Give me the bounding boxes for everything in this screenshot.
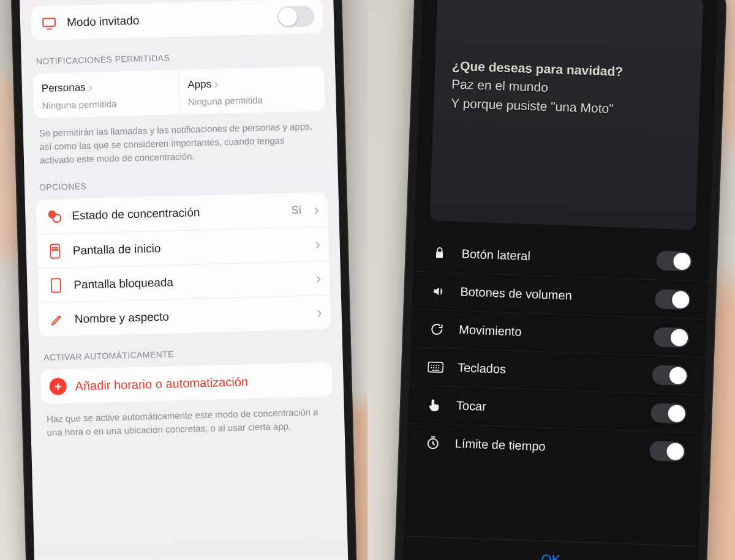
display-icon (40, 13, 59, 32)
apps-sub: Ninguna permitida (188, 93, 317, 106)
apps-cell[interactable]: Apps Ninguna permitida (179, 66, 325, 114)
screen-guided-access-options: 10:57 ● ● ● ¿Que deseas para navidad? Pa… (402, 0, 719, 560)
status-icon (45, 207, 64, 226)
people-cell[interactable]: Personas Ninguna permitida (32, 70, 179, 118)
toggle[interactable] (650, 403, 687, 424)
guest-mode-label: Modo invitado (67, 10, 269, 29)
apps-title: Apps (187, 73, 316, 92)
allowed-notifications-card: Personas Ninguna permitida Apps Ninguna … (32, 66, 325, 118)
svg-point-2 (53, 214, 61, 222)
section-header-auto: ACTIVAR AUTOMÁTICAMENTE (43, 345, 328, 362)
volume-icon (429, 284, 447, 298)
svg-point-9 (57, 249, 58, 250)
pencil-icon (47, 310, 66, 329)
options-list: Botón lateral Botones de volumen Movimie… (407, 233, 710, 471)
option-label: Nombre y aspecto (75, 307, 305, 326)
svg-point-5 (55, 247, 56, 248)
add-automation-row[interactable]: + Añadir horario o automatización (40, 362, 333, 404)
section-header-options: OPCIONES (39, 175, 323, 192)
keyboard-icon (427, 360, 445, 373)
toggle[interactable] (652, 365, 688, 386)
lock-icon (431, 246, 448, 260)
options-card: Estado de concentración Sí Pantalla de i… (36, 192, 331, 337)
svg-point-4 (52, 247, 53, 248)
rotate-icon (428, 321, 446, 337)
touch-icon (426, 397, 443, 413)
timer-icon (424, 435, 442, 450)
add-automation-label: Añadir horario o automatización (75, 373, 323, 394)
toggle[interactable] (656, 250, 692, 271)
option-value: Sí (291, 204, 302, 217)
svg-point-8 (55, 249, 56, 250)
svg-rect-11 (428, 362, 443, 372)
option-label: Pantalla de inicio (73, 238, 303, 258)
toggle[interactable] (649, 441, 685, 461)
home-screen-icon (45, 242, 64, 261)
guest-mode-row[interactable]: Modo invitado (31, 0, 323, 40)
screen-focus-settings: Modo invitado NOTIFICACIONES PERMITIDAS … (19, 0, 349, 560)
option-label: Estado de concentración (72, 204, 283, 223)
svg-point-6 (57, 247, 58, 248)
guest-mode-toggle[interactable] (277, 6, 315, 28)
ok-button[interactable]: OK (541, 551, 561, 560)
option-label: Pantalla bloqueada (74, 272, 304, 292)
notifications-footer: Se permitirán las llamadas y las notific… (34, 116, 326, 167)
toggle[interactable] (654, 327, 690, 348)
plus-icon: + (49, 378, 67, 395)
svg-rect-0 (43, 18, 55, 27)
option-name-appearance[interactable]: Nombre y aspecto (39, 295, 331, 337)
people-title: Personas (42, 77, 170, 96)
meme-text: ¿Que deseas para navidad? Paz en el mund… (451, 57, 684, 121)
phone-right: 10:57 ● ● ● ¿Que deseas para navidad? Pa… (393, 0, 728, 560)
lock-screen-icon (47, 276, 66, 295)
people-sub: Ninguna permitida (42, 97, 170, 110)
svg-point-7 (52, 250, 53, 251)
auto-footer: Haz que se active automáticamente este m… (42, 401, 334, 439)
phone-left: Modo invitado NOTIFICACIONES PERMITIDAS … (10, 0, 358, 560)
svg-rect-10 (51, 278, 61, 293)
section-header-notifications: NOTIFICACIONES PERMITIDAS (36, 49, 320, 66)
toggle[interactable] (655, 289, 691, 310)
